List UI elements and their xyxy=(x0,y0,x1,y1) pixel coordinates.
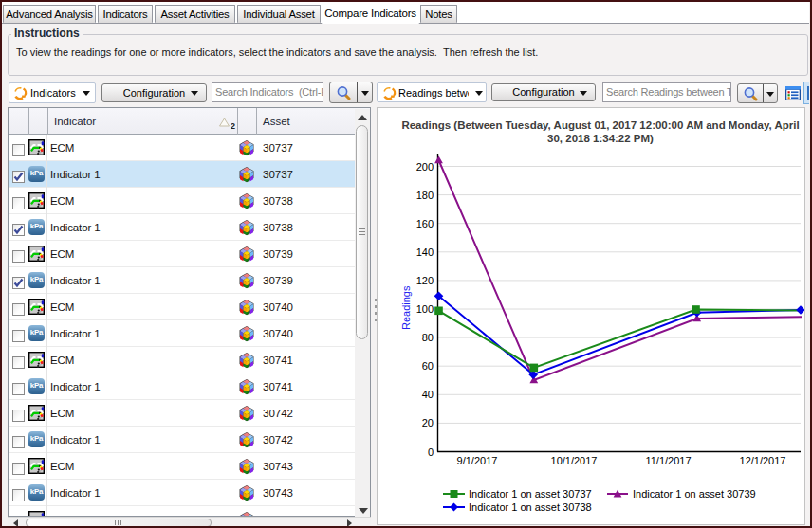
svg-text:Indicator 1 on asset 30738: Indicator 1 on asset 30738 xyxy=(469,501,592,513)
svg-text:120: 120 xyxy=(416,275,434,286)
svg-text:10/1/2017: 10/1/2017 xyxy=(551,455,598,466)
svg-text:0: 0 xyxy=(428,446,434,458)
svg-text:9/1/2017: 9/1/2017 xyxy=(457,455,498,466)
svg-text:80: 80 xyxy=(422,332,434,343)
svg-text:160: 160 xyxy=(416,218,434,229)
svg-text:60: 60 xyxy=(422,360,434,372)
svg-text:100: 100 xyxy=(416,303,434,315)
svg-text:180: 180 xyxy=(416,190,434,201)
svg-text:20: 20 xyxy=(422,417,434,428)
svg-text:Indicator 1 on asset 30737: Indicator 1 on asset 30737 xyxy=(469,488,592,500)
svg-text:2: 2 xyxy=(231,121,235,131)
svg-text:11/1/2017: 11/1/2017 xyxy=(645,455,691,466)
svg-text:Indicator 1 on asset 30739: Indicator 1 on asset 30739 xyxy=(633,488,756,500)
svg-text:200: 200 xyxy=(416,161,434,173)
svg-text:40: 40 xyxy=(422,389,434,400)
svg-text:12/1/2017: 12/1/2017 xyxy=(740,455,786,466)
svg-text:140: 140 xyxy=(416,246,434,258)
